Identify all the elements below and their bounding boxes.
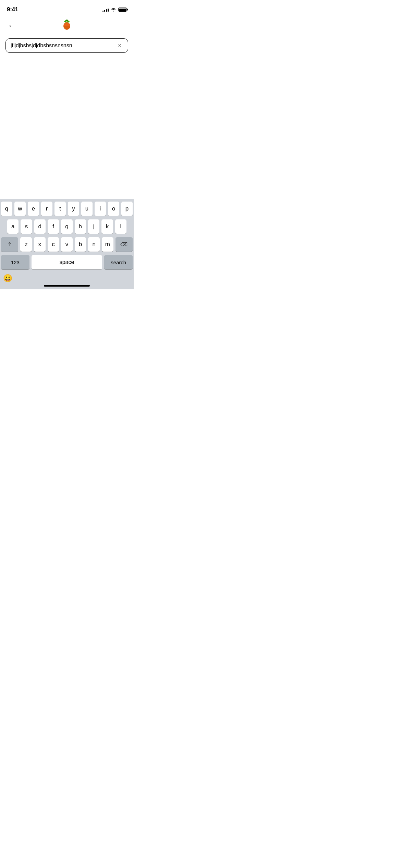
key-l[interactable]: l (115, 219, 126, 234)
key-w[interactable]: w (14, 202, 26, 216)
clear-icon: × (118, 43, 121, 49)
key-p[interactable]: p (121, 202, 133, 216)
numbers-key[interactable]: 123 (1, 255, 29, 269)
signal-icon (102, 8, 109, 12)
key-g[interactable]: g (61, 219, 72, 234)
key-q[interactable]: q (1, 202, 12, 216)
delete-key[interactable]: ⌫ (116, 237, 133, 252)
keyboard-row-3: ⇧ z x c v b n m ⌫ (1, 237, 133, 252)
battery-icon (118, 8, 127, 12)
clear-button[interactable]: × (116, 42, 123, 49)
key-m[interactable]: m (102, 237, 113, 252)
key-r[interactable]: r (41, 202, 52, 216)
wifi-icon (111, 8, 116, 12)
status-icons (102, 8, 127, 12)
key-z[interactable]: z (20, 237, 32, 252)
key-x[interactable]: x (34, 237, 46, 252)
key-y[interactable]: y (68, 202, 79, 216)
key-t[interactable]: t (54, 202, 66, 216)
key-c[interactable]: c (48, 237, 59, 252)
back-button[interactable]: ← (5, 20, 18, 32)
key-h[interactable]: h (75, 219, 86, 234)
emoji-key[interactable]: 😀 (0, 272, 15, 285)
key-b[interactable]: b (75, 237, 86, 252)
key-k[interactable]: k (101, 219, 113, 234)
search-results-area (0, 56, 134, 186)
nav-bar: ← (0, 16, 134, 35)
keyboard-bottom-area: 😀 (0, 271, 134, 289)
space-key[interactable]: space (32, 255, 102, 269)
key-j[interactable]: j (88, 219, 99, 234)
key-i[interactable]: i (95, 202, 106, 216)
status-time: 9:41 (7, 6, 18, 13)
keyboard-row-1: q w e r t y u i o p (1, 202, 133, 216)
key-n[interactable]: n (88, 237, 100, 252)
shift-key[interactable]: ⇧ (1, 237, 18, 252)
key-f[interactable]: f (48, 219, 59, 234)
key-u[interactable]: u (81, 202, 93, 216)
status-bar: 9:41 (0, 0, 134, 16)
back-arrow-icon: ← (8, 21, 15, 30)
app-logo (59, 18, 74, 33)
keyboard-row-4: 123 space search (1, 255, 133, 271)
key-a[interactable]: a (7, 219, 19, 234)
key-s[interactable]: s (21, 219, 32, 234)
keyboard: q w e r t y u i o p a s d f g h j k l ⇧ … (0, 199, 134, 289)
key-v[interactable]: v (61, 237, 73, 252)
search-input[interactable] (11, 43, 113, 49)
keyboard-row-2: a s d f g h j k l (1, 219, 133, 234)
carrot-icon (59, 18, 74, 33)
search-key[interactable]: search (104, 255, 133, 269)
search-input-wrapper: × (5, 38, 128, 53)
key-e[interactable]: e (28, 202, 39, 216)
home-indicator (44, 285, 90, 287)
emoji-icon: 😀 (3, 274, 12, 283)
key-o[interactable]: o (108, 202, 119, 216)
key-d[interactable]: d (34, 219, 46, 234)
search-container: × (0, 35, 134, 56)
keyboard-rows: q w e r t y u i o p a s d f g h j k l ⇧ … (0, 202, 134, 271)
